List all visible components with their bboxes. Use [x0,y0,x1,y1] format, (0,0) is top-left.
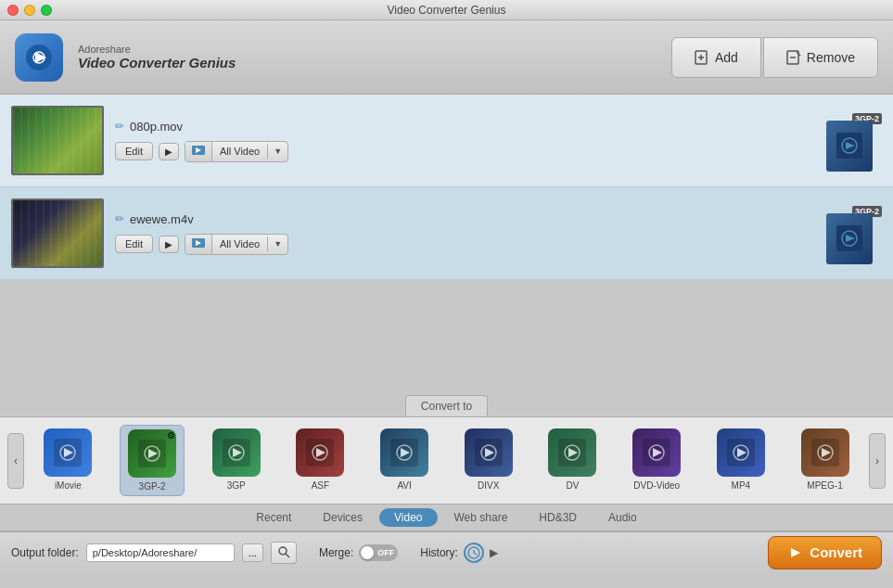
empty-drop-area [0,280,893,391]
bottom-bar: Output folder: ... Merge: OFF History: ▶ [0,531,893,572]
browse-button[interactable]: ... [242,543,263,562]
output-img-2 [826,213,873,264]
format-item-dv[interactable]: DV [540,425,605,496]
history-arrow-icon: ▶ [490,546,498,559]
convert-label: Convert [810,544,862,560]
header-actions: Add Remove [671,37,878,78]
file-controls-2: Edit ▶ All Video ▼ [115,234,815,255]
file-name-row-1: ✏ 080p.mov [115,120,815,134]
file-edit-button-2[interactable]: Edit [115,235,153,253]
format-label-3gp2: 3GP-2 [139,481,166,492]
convert-to-label: Convert to [405,395,488,416]
output-path-input[interactable] [86,543,235,562]
format-label-dv: DV [567,480,580,491]
convert-button[interactable]: Convert [768,536,882,569]
app-icon [15,33,63,82]
tab-web-share[interactable]: Web share [440,508,523,527]
format-dropdown-arrow-1[interactable]: ▼ [267,144,287,159]
history-clock-icon[interactable] [464,543,484,563]
format-icon-1 [185,142,212,161]
file-info-2: ✏ ewewe.m4v Edit ▶ All Video ▼ [104,212,826,255]
close-button[interactable] [7,5,19,16]
format-selector-2[interactable]: All Video ▼ [185,234,288,255]
format-selector-1[interactable]: All Video ▼ [185,141,288,162]
merge-label: Merge: [319,546,353,559]
history-label: History: [420,546,458,559]
window-controls [7,5,52,16]
format-item-3gp[interactable]: 3GP [204,425,269,496]
merge-toggle[interactable]: OFF [359,544,398,561]
format-scroll-area: ‹ iMovie ⚙ 3GP-2 [0,425,893,496]
format-icon-mpeg1 [801,428,849,477]
file-list: ✏ 080p.mov Edit ▶ All Video ▼ [0,95,893,280]
file-controls-1: Edit ▶ All Video ▼ [115,141,815,162]
app-full-name: Video Converter Genius [78,55,236,70]
output-folder-label: Output folder: [11,546,79,559]
format-label-mpeg1: MPEG-1 [807,480,842,491]
toggle-state: OFF [377,548,394,557]
file-thumbnail-2 [11,198,104,268]
convert-to-bar: Convert to [0,391,893,416]
edit-pencil-icon-2: ✏ [115,212,124,225]
format-item-dvd[interactable]: DVD-Video [624,425,689,496]
format-label-imovie: iMovie [55,480,82,491]
format-item-imovie[interactable]: iMovie [35,425,100,496]
format-dropdown-arrow-2[interactable]: ▼ [267,236,287,251]
format-tabs: RecentDevicesVideoWeb shareHD&3DAudio [0,504,893,531]
file-play-button-1[interactable]: ▶ [159,143,179,160]
remove-icon [786,50,801,65]
file-name-2: ewewe.m4v [130,212,194,226]
output-img-1 [826,121,873,172]
format-item-divx[interactable]: DIVX [456,425,521,496]
merge-area: Merge: OFF [319,544,398,561]
maximize-button[interactable] [41,5,52,16]
file-item-2: ✏ ewewe.m4v Edit ▶ All Video ▼ [0,187,893,280]
format-icon-dv [548,428,596,477]
output-icon-1: 3GP-2 [826,113,882,169]
format-label-avi: AVI [397,480,411,491]
add-button[interactable]: Add [671,37,761,78]
file-name-1: 080p.mov [130,120,183,134]
svg-line-50 [286,554,289,557]
format-item-avi[interactable]: AVI [372,425,437,496]
format-icon-mp4 [717,428,765,477]
format-label-divx: DIVX [478,480,499,491]
minimize-button[interactable] [24,5,35,16]
format-panel: ‹ iMovie ⚙ 3GP-2 [0,416,893,504]
file-thumbnail-1 [11,106,104,175]
format-icon-divx [465,428,513,477]
format-item-3gp2[interactable]: ⚙ 3GP-2 [120,425,185,496]
history-area: History: ▶ [420,543,498,563]
format-text-2: All Video [212,236,267,252]
file-item-1: ✏ 080p.mov Edit ▶ All Video ▼ [0,95,893,187]
remove-button[interactable]: Remove [763,37,878,78]
edit-pencil-icon-1: ✏ [115,120,124,133]
scroll-left-arrow[interactable]: ‹ [7,433,24,489]
format-item-asf[interactable]: ASF [287,425,352,496]
format-icon-imovie [44,428,92,477]
format-label-mp4: MP4 [732,480,751,491]
tab-audio[interactable]: Audio [593,508,652,527]
format-item-mpeg1[interactable]: MPEG-1 [793,425,858,496]
scroll-right-arrow[interactable]: › [869,433,886,489]
brand-name: Adoreshare [78,44,236,55]
tab-hd&3d[interactable]: HD&3D [524,508,592,527]
file-name-row-2: ✏ ewewe.m4v [115,212,815,226]
app-header: Adoreshare Video Converter Genius Add Re… [0,20,893,95]
search-folder-button[interactable] [271,542,297,564]
format-icon-asf [296,428,344,477]
app-name-block: Adoreshare Video Converter Genius [78,44,236,70]
tab-devices[interactable]: Devices [308,508,377,527]
file-edit-button-1[interactable]: Edit [115,142,153,160]
file-play-button-2[interactable]: ▶ [159,236,179,253]
tab-video[interactable]: Video [379,508,437,527]
output-icon-2: 3GP-2 [826,206,882,262]
format-label-3gp: 3GP [227,480,246,491]
tab-recent[interactable]: Recent [241,508,306,527]
gear-badge-icon: ⚙ [167,430,175,441]
title-bar: Video Converter Genius [0,0,893,20]
format-icon-3gp2: ⚙ [128,429,176,478]
format-item-mp4[interactable]: MP4 [708,425,773,496]
svg-line-53 [474,553,477,555]
format-items: iMovie ⚙ 3GP-2 3GP [28,425,865,496]
